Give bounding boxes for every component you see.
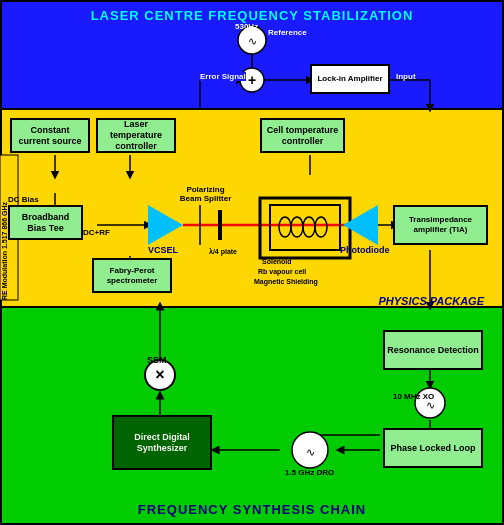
- label-reference: Reference: [268, 28, 307, 37]
- label-dc-rf: DC+RF: [83, 228, 110, 237]
- tia-box: Transimpedance amplifier (TIA): [393, 205, 488, 245]
- laser-temp-box: Laser temperature controller: [96, 118, 176, 153]
- dds-box: Direct Digital Synthesizer: [112, 415, 212, 470]
- fabry-perot-box: Fabry-Perot spectrometer: [92, 258, 172, 293]
- constant-current-box: Constant current source: [10, 118, 90, 153]
- label-mag-shield: Magnetic Shielding: [254, 278, 318, 285]
- title-freq-chain: FREQUENCY SYNTHESIS CHAIN: [0, 502, 504, 517]
- label-vcsel: VCSEL: [148, 245, 178, 255]
- resonance-box: Resonance Detection: [383, 330, 483, 370]
- label-dc-bias: DC Bias: [8, 195, 39, 204]
- label-dro: 1.5 GHz DRO: [285, 468, 334, 477]
- label-530hz: 530Hz: [235, 22, 258, 31]
- label-ssm: SSM: [147, 355, 167, 365]
- cell-temp-box: Cell tomperature controller: [260, 118, 345, 153]
- label-physics-package: PHYSICS PACKAGE: [378, 295, 484, 307]
- label-10mhz: 10 MHz XO: [393, 392, 434, 401]
- lockin-amplifier-box: Lock-in Amplifier: [310, 64, 390, 94]
- pll-box: Phase Locked Loop: [383, 428, 483, 468]
- label-polarizing: Polarizing Beam Splitter: [178, 185, 233, 203]
- label-rb-vapour: Rb vapour cell: [258, 268, 306, 275]
- label-lambda4: λ/4 plate: [209, 248, 237, 255]
- title-laser: LASER CENTRE FREQUENCY STABILIZATION: [0, 8, 504, 23]
- label-error-signal: Error Signal: [200, 72, 246, 81]
- label-input: Input: [396, 72, 416, 81]
- label-re-modulation: RE Modulation 1.517 866 GHz: [1, 155, 8, 300]
- label-solenoid: Solenoid: [262, 258, 292, 265]
- label-photodiode: Photodiode: [340, 245, 390, 255]
- main-container: + × ∿ ∿ ∿ LASER CENTRE FREQUENCY STABILI…: [0, 0, 504, 525]
- broadband-bias-box: Broadband Bias Tee: [8, 205, 83, 240]
